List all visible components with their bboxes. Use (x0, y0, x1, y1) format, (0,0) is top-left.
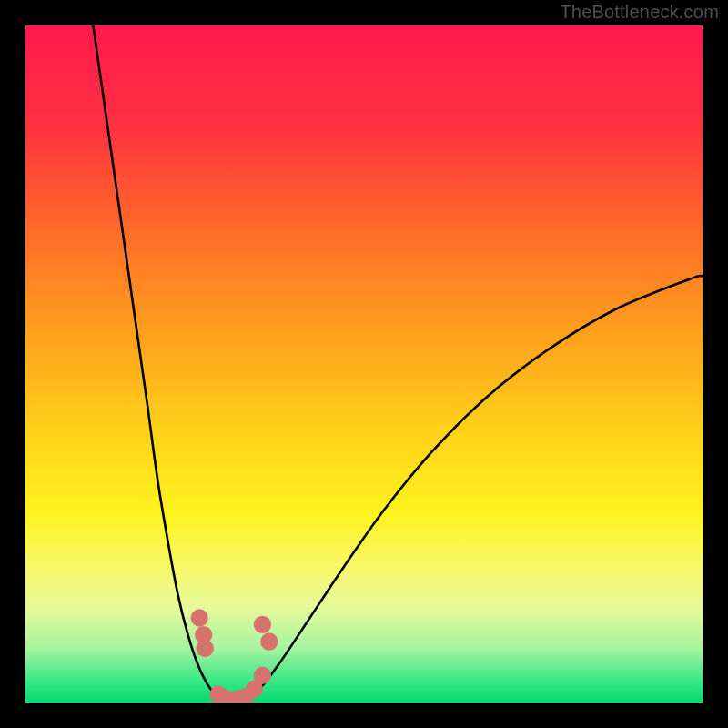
data-marker (191, 609, 208, 626)
attribution-text: TheBottleneck.com (560, 2, 719, 23)
data-marker (260, 632, 278, 650)
outer-frame: TheBottleneck.com (0, 0, 728, 728)
bottleneck-curve (93, 25, 703, 700)
data-markers (191, 609, 278, 703)
data-marker (196, 640, 213, 657)
plot-area (25, 25, 703, 703)
curve-layer (25, 25, 703, 703)
data-marker (254, 616, 271, 633)
data-marker (254, 667, 271, 684)
